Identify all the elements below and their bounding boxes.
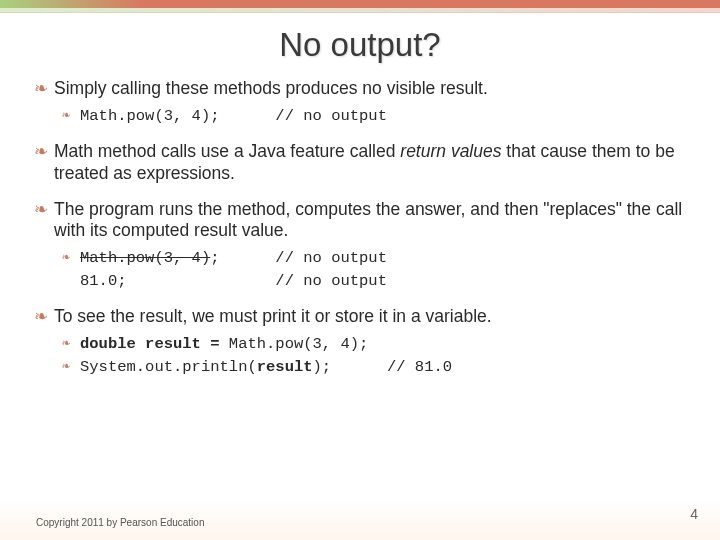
bullet-4-code-1: double result = Math.pow(3, 4); bbox=[62, 334, 686, 355]
bullet-1: Simply calling these methods produces no… bbox=[34, 78, 686, 127]
bullet-4: To see the result, we must print it or s… bbox=[34, 306, 686, 378]
code-rest: ; // no output bbox=[210, 249, 387, 267]
bullet-2-pre: Math method calls use a Java feature cal… bbox=[54, 141, 400, 161]
page-number: 4 bbox=[690, 506, 698, 522]
code-rest: ); // 81.0 bbox=[313, 358, 453, 376]
bullet-4-code-2: System.out.println(result); // 81.0 bbox=[62, 357, 686, 378]
code-line: Math.pow(3, 4); // no output bbox=[80, 107, 387, 125]
bullet-3-code-1: Math.pow(3, 4); // no output bbox=[62, 248, 686, 269]
bullet-1-text: Simply calling these methods produces no… bbox=[54, 78, 488, 98]
code-line: 81.0; // no output bbox=[80, 272, 387, 290]
bullet-list: Simply calling these methods produces no… bbox=[34, 78, 686, 378]
bullet-1-sub: Math.pow(3, 4); // no output bbox=[62, 106, 686, 127]
bullet-4-sub: double result = Math.pow(3, 4); System.o… bbox=[62, 334, 686, 378]
copyright-text: Copyright 2011 by Pearson Education bbox=[36, 517, 204, 528]
code-part: System.out.println( bbox=[80, 358, 257, 376]
bullet-3-sub: Math.pow(3, 4); // no output 81.0; // no… bbox=[62, 248, 686, 292]
bullet-1-code: Math.pow(3, 4); // no output bbox=[62, 106, 686, 127]
bullet-3-code-2: 81.0; // no output bbox=[62, 271, 686, 292]
code-bold: result bbox=[257, 358, 313, 376]
bullet-3-text: The program runs the method, computes th… bbox=[54, 199, 682, 241]
slide-content: No output? Simply calling these methods … bbox=[0, 8, 720, 378]
decorative-top-border bbox=[0, 0, 720, 8]
bullet-4-text: To see the result, we must print it or s… bbox=[54, 306, 492, 326]
code-bold: double result = bbox=[80, 335, 229, 353]
bullet-2: Math method calls use a Java feature cal… bbox=[34, 141, 686, 185]
bullet-2-term: return values bbox=[400, 141, 501, 161]
code-strike: Math.pow(3, 4) bbox=[80, 249, 210, 267]
code-rest: Math.pow(3, 4); bbox=[229, 335, 369, 353]
bullet-3: The program runs the method, computes th… bbox=[34, 199, 686, 293]
slide-title: No output? bbox=[34, 26, 686, 64]
